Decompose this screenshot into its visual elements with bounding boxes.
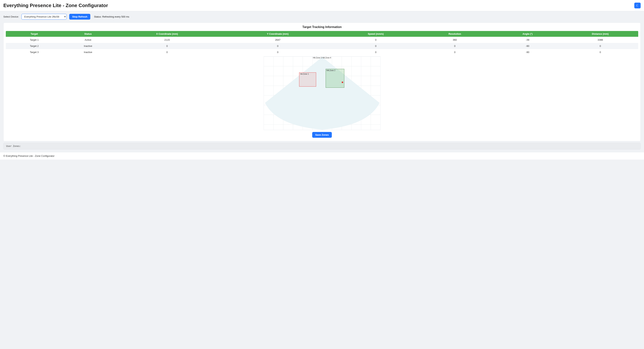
cell-distance: 0 — [562, 49, 638, 55]
refresh-status-text: Status: Refreshing every 500 ms — [94, 15, 129, 18]
col-x: X Coordinate (mm) — [113, 31, 221, 37]
save-zones-button[interactable]: Save Zones — [312, 132, 332, 138]
col-angle: Angle (°) — [493, 31, 562, 37]
stop-refresh-button[interactable]: Stop Refresh — [69, 14, 90, 20]
select-device-label: Select Device: — [3, 15, 19, 18]
sensor-cone — [265, 57, 380, 130]
table-header-row: Target Status X Coordinate (mm) Y Coordi… — [6, 31, 638, 37]
tracking-panel-title: Target Tracking Information — [6, 26, 638, 29]
cell-x: 0 — [113, 43, 221, 49]
cell-status: Active — [63, 37, 113, 43]
canvas-svg — [264, 56, 380, 130]
cell-distance: 0 — [562, 43, 638, 49]
target-dot — [342, 82, 343, 83]
cell-distance: 3388 — [562, 37, 638, 43]
theme-toggle-button[interactable]: ☾ — [634, 2, 641, 8]
cell-speed: 0 — [334, 49, 417, 55]
col-y: Y Coordinate (mm) — [221, 31, 334, 37]
cell-y: 2647 — [221, 37, 334, 43]
device-select[interactable]: Everything Presence Lite 2fbc58 — [22, 14, 66, 20]
footer: © Everything Presence Lite - Zone Config… — [0, 152, 644, 160]
cell-x: 2115 — [113, 37, 221, 43]
controls-bar: Select Device: Everything Presence Lite … — [0, 11, 644, 21]
col-distance: Distance (mm) — [562, 31, 638, 37]
cell-resolution: 0 — [417, 49, 493, 55]
cell-target: Target 3 — [6, 49, 63, 55]
header: Everything Presence Lite - Zone Configur… — [0, 0, 644, 11]
cell-angle: -90 — [493, 43, 562, 49]
moon-icon: ☾ — [636, 4, 639, 7]
col-resolution: Resolution — [417, 31, 493, 37]
cell-y: 0 — [221, 49, 334, 55]
canvas-container: HA Zone 3 HA Zone 4 HA Zone 1HA Zone 2 S… — [6, 56, 638, 138]
cell-target: Target 1 — [6, 37, 63, 43]
cell-resolution: 0 — [417, 43, 493, 49]
col-speed: Speed (mm/s) — [334, 31, 417, 37]
zone-label: HA Zone 1 — [300, 73, 309, 75]
cell-speed: 0 — [334, 37, 417, 43]
zone-label: HA Zone 2 — [326, 70, 335, 72]
cell-status: Inactive — [63, 49, 113, 55]
cell-resolution: 360 — [417, 37, 493, 43]
col-target: Target — [6, 31, 63, 37]
zone-canvas[interactable]: HA Zone 3 HA Zone 4 HA Zone 1HA Zone 2 — [264, 56, 380, 130]
table-row: Target 1Active211526470360-393388 — [6, 37, 638, 43]
tracking-panel: Target Tracking Information Target Statu… — [3, 22, 641, 141]
cell-x: 0 — [113, 49, 221, 55]
user-zones-panel: User Zones: — [3, 143, 641, 150]
table-row: Target 2Inactive0000-900 — [6, 43, 638, 49]
zone-rect[interactable]: HA Zone 1 — [299, 72, 316, 86]
tracking-table: Target Status X Coordinate (mm) Y Coordi… — [6, 31, 638, 55]
cell-status: Inactive — [63, 43, 113, 49]
table-row: Target 3Inactive0000-900 — [6, 49, 638, 55]
cell-angle: -90 — [493, 49, 562, 55]
cell-y: 0 — [221, 43, 334, 49]
cell-speed: 0 — [334, 43, 417, 49]
cell-angle: -39 — [493, 37, 562, 43]
zone-rect[interactable]: HA Zone 2 — [326, 69, 344, 88]
apex-zone-labels: HA Zone 3 HA Zone 4 — [313, 57, 331, 59]
page-title: Everything Presence Lite - Zone Configur… — [3, 2, 108, 8]
cell-target: Target 2 — [6, 43, 63, 49]
col-status: Status — [63, 31, 113, 37]
